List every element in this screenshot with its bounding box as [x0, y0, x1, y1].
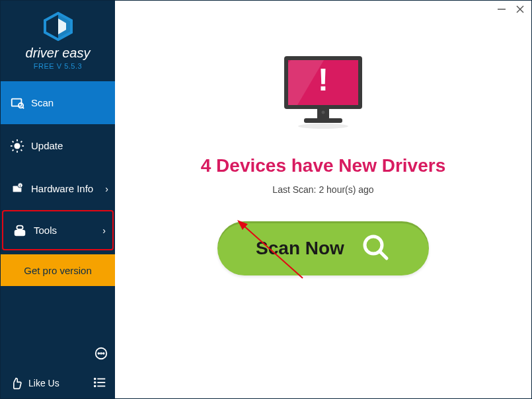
sidebar-item-scan[interactable]: Scan: [1, 81, 115, 124]
chevron-right-icon: ›: [102, 225, 106, 236]
svg-point-4: [14, 143, 20, 149]
logo-area: driver easy FREE V 5.5.3: [1, 1, 115, 81]
app-window: driver easy FREE V 5.5.3 Scan: [0, 0, 532, 399]
sidebar-item-label: Tools: [34, 225, 57, 236]
svg-line-40: [380, 252, 387, 258]
svg-point-26: [95, 385, 96, 386]
logo-icon: [42, 12, 74, 46]
svg-line-11: [13, 149, 14, 151]
menu-list-icon[interactable]: [93, 375, 107, 392]
svg-text:!: !: [318, 62, 328, 97]
last-scan-text: Last Scan: 2 hour(s) ago: [272, 184, 373, 195]
svg-line-10: [21, 149, 22, 151]
sidebar-item-tools[interactable]: Tools ›: [2, 210, 114, 250]
svg-point-37: [298, 124, 348, 129]
svg-point-22: [95, 378, 96, 379]
sidebar-spacer: [1, 286, 115, 342]
alert-monitor-icon: !: [278, 52, 369, 141]
svg-line-9: [13, 141, 14, 142]
sidebar-bottom-icons: [1, 342, 115, 368]
sidebar-item-like-us[interactable]: Like Us: [1, 368, 115, 398]
svg-point-19: [98, 353, 99, 354]
update-icon: [10, 139, 24, 153]
svg-line-12: [21, 141, 22, 142]
chevron-right-icon: ›: [105, 184, 108, 194]
sidebar-item-update[interactable]: Update: [1, 124, 115, 167]
scan-icon: [10, 96, 24, 110]
brand-version: FREE V 5.5.3: [34, 62, 82, 70]
feedback-icon[interactable]: [94, 346, 108, 363]
minimize-button[interactable]: [497, 5, 506, 16]
svg-point-38: [322, 111, 325, 114]
search-icon: [360, 232, 391, 265]
svg-line-3: [22, 107, 24, 108]
get-pro-label: Get pro version: [24, 265, 92, 276]
like-us-label: Like Us: [28, 378, 59, 388]
svg-rect-1: [12, 98, 22, 106]
sidebar-item-label: Update: [31, 140, 63, 151]
svg-point-24: [95, 382, 96, 383]
main-panel: ! 4 Devices have New Drivers Last Scan: …: [115, 1, 531, 398]
sidebar-item-hardware-info[interactable]: i Hardware Info ›: [1, 167, 115, 210]
brand-name: driver easy: [26, 46, 91, 59]
headline-text: 4 Devices have New Drivers: [201, 155, 445, 176]
sidebar: driver easy FREE V 5.5.3 Scan: [1, 1, 115, 398]
svg-rect-17: [15, 231, 25, 235]
scan-now-button[interactable]: Scan Now: [217, 221, 429, 275]
svg-point-21: [103, 353, 104, 354]
svg-point-20: [100, 353, 102, 354]
thumbs-up-icon: [10, 377, 23, 390]
svg-point-2: [19, 103, 23, 108]
sidebar-item-label: Scan: [31, 97, 54, 108]
tools-icon: [13, 223, 27, 238]
svg-rect-36: [304, 118, 342, 123]
hardware-icon: i: [10, 182, 24, 196]
close-button[interactable]: [515, 5, 525, 16]
get-pro-button[interactable]: Get pro version: [1, 254, 115, 286]
sidebar-item-label: Hardware Info: [31, 183, 93, 194]
svg-rect-16: [17, 225, 22, 229]
window-controls: [497, 5, 525, 16]
scan-now-label: Scan Now: [256, 238, 344, 259]
